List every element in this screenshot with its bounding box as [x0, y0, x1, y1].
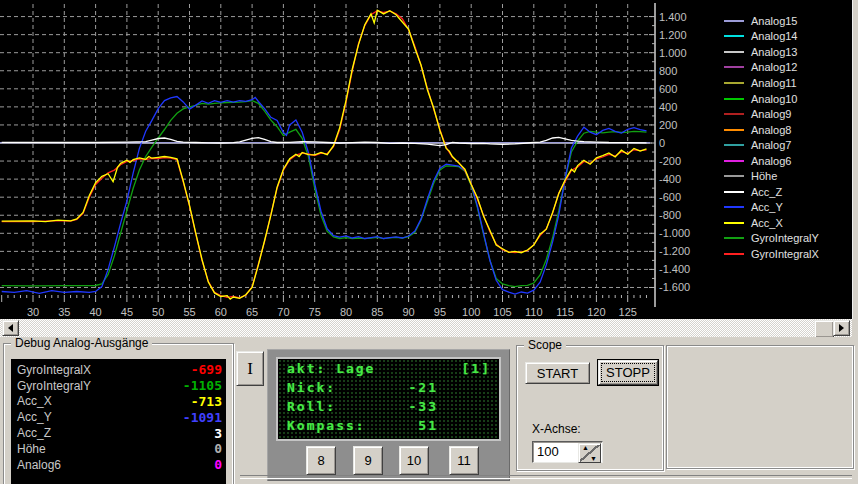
- lcd-text-line: Roll:-33: [278, 398, 499, 416]
- stop-button-default-ring: STOPP: [597, 359, 659, 386]
- legend-label: Acc_Y: [751, 201, 783, 213]
- legend-item: Analog14: [724, 29, 819, 45]
- legend-item: Acc_Z: [724, 184, 819, 200]
- legend-item: Acc_Y: [724, 200, 819, 216]
- legend-line-swatch: [724, 160, 744, 162]
- debug-value-list: GyroIntegralX-699GyroIntegralY-1105Acc_X…: [11, 359, 226, 484]
- legend-label: Analog7: [751, 139, 791, 151]
- debug-channel-value: -1105: [183, 378, 222, 393]
- lcd-line-value: -33: [358, 398, 438, 416]
- legend-label: Analog13: [751, 46, 798, 58]
- svg-text:600: 600: [659, 83, 677, 95]
- legend-label: Höhe: [751, 170, 777, 182]
- legend-item: Analog11: [724, 75, 819, 91]
- legend-line-swatch: [724, 66, 744, 68]
- legend-line-swatch: [724, 82, 744, 84]
- scrollbar-left-button[interactable]: [2, 320, 19, 336]
- svg-text:85: 85: [371, 306, 383, 318]
- debug-row: Acc_X-713: [11, 394, 226, 410]
- chart-horizontal-scrollbar[interactable]: [0, 319, 852, 337]
- svg-text:40: 40: [89, 306, 101, 318]
- legend-item: Höhe: [724, 168, 819, 184]
- spin-down-icon[interactable]: ▼: [590, 455, 597, 462]
- spin-up-icon[interactable]: ▲: [582, 444, 589, 451]
- lcd-screen: akt: Lage[1]Nick:-21Roll:-33Kompass:51: [276, 357, 501, 441]
- debug-channel-value: 3: [214, 426, 222, 441]
- svg-text:-1.600: -1.600: [659, 281, 690, 293]
- debug-channel-label: GyroIntegralX: [17, 363, 191, 377]
- svg-text:60: 60: [215, 306, 227, 318]
- lcd-line-value: 51: [358, 417, 438, 435]
- legend-line-swatch: [724, 144, 744, 146]
- svg-text:120: 120: [587, 306, 605, 318]
- legend-line-swatch: [724, 35, 744, 37]
- scope-groupbox-title: Scope: [524, 338, 566, 352]
- i-button[interactable]: I: [236, 351, 264, 386]
- legend-line-swatch: [724, 191, 744, 193]
- legend-item: Analog6: [724, 153, 819, 169]
- legend-label: Analog9: [751, 108, 791, 120]
- legend-label: Analog8: [751, 124, 791, 136]
- arrow-left-icon: [8, 324, 13, 332]
- x-axis-input[interactable]: [535, 443, 579, 460]
- legend-item: Analog15: [724, 13, 819, 29]
- debug-channel-label: Höhe: [17, 442, 214, 456]
- legend-label: GyroIntegralX: [751, 248, 819, 260]
- legend-label: Acc_X: [751, 217, 783, 229]
- mikrokopter-tool-window: 3035404550556065707580859095100105110115…: [0, 0, 858, 484]
- legend-line-swatch: [724, 175, 744, 177]
- lcd-text-line: akt: Lage[1]: [278, 360, 499, 378]
- debug-channel-label: Acc_Z: [17, 426, 214, 440]
- legend-item: Analog10: [724, 91, 819, 107]
- lcd-button-9[interactable]: 9: [353, 446, 383, 475]
- empty-groupbox: [666, 345, 854, 469]
- lcd-display-panel: akt: Lage[1]Nick:-21Roll:-33Kompass:51 8…: [267, 349, 510, 481]
- debug-groupbox-title: Debug Analog-Ausgänge: [11, 337, 152, 350]
- legend-item: Analog9: [724, 106, 819, 122]
- legend-label: GyroIntegralY: [751, 232, 819, 244]
- debug-channel-value: 0: [214, 441, 222, 456]
- legend-label: Analog10: [751, 93, 798, 105]
- legend-label: Analog12: [751, 61, 798, 73]
- svg-text:80: 80: [340, 306, 352, 318]
- scope-chart: 3035404550556065707580859095100105110115…: [0, 0, 722, 319]
- legend-line-swatch: [724, 129, 744, 131]
- arrow-right-icon: [839, 324, 844, 332]
- lcd-button-8[interactable]: 8: [306, 446, 336, 475]
- debug-row: Acc_Y-1091: [11, 409, 226, 425]
- svg-text:200: 200: [659, 119, 677, 131]
- lcd-line-label: akt: Lage: [287, 361, 375, 376]
- legend-item: Analog8: [724, 122, 819, 138]
- svg-text:110: 110: [525, 306, 543, 318]
- debug-row: Analog60: [11, 457, 226, 473]
- svg-text:-1.000: -1.000: [659, 227, 690, 239]
- debug-row: GyroIntegralY-1105: [11, 378, 226, 394]
- svg-text:100: 100: [462, 306, 480, 318]
- x-axis-spinner[interactable]: ▲ ▼: [578, 443, 601, 463]
- debug-channel-label: Acc_Y: [17, 410, 183, 424]
- scrollbar-right-button[interactable]: [833, 320, 850, 336]
- svg-text:1.400: 1.400: [659, 11, 687, 23]
- svg-text:0: 0: [659, 137, 665, 149]
- svg-text:95: 95: [434, 306, 446, 318]
- legend-label: Acc_Z: [751, 186, 782, 198]
- legend-label: Analog14: [751, 30, 798, 42]
- debug-analog-groupbox: Debug Analog-Ausgänge GyroIntegralX-699G…: [3, 343, 234, 484]
- svg-text:65: 65: [246, 306, 258, 318]
- lcd-button-11[interactable]: 11: [449, 446, 479, 475]
- debug-row: Acc_Z3: [11, 425, 226, 441]
- debug-channel-value: -713: [191, 394, 222, 409]
- legend-line-swatch: [724, 98, 744, 100]
- legend-item: Analog12: [724, 60, 819, 76]
- legend-item: Analog13: [724, 44, 819, 60]
- lcd-line-value: [1]: [462, 360, 491, 378]
- debug-channel-label: Acc_X: [17, 394, 191, 408]
- x-axis-label: X-Achse:: [532, 422, 581, 436]
- svg-text:-1.400: -1.400: [659, 263, 690, 275]
- lcd-button-10[interactable]: 10: [399, 446, 429, 475]
- stop-button[interactable]: STOPP: [598, 360, 658, 385]
- x-axis-spin-edit: ▲ ▼: [532, 441, 603, 463]
- legend-item: Analog7: [724, 137, 819, 153]
- start-button[interactable]: START: [525, 362, 590, 384]
- scrollbar-thumb[interactable]: [814, 320, 834, 338]
